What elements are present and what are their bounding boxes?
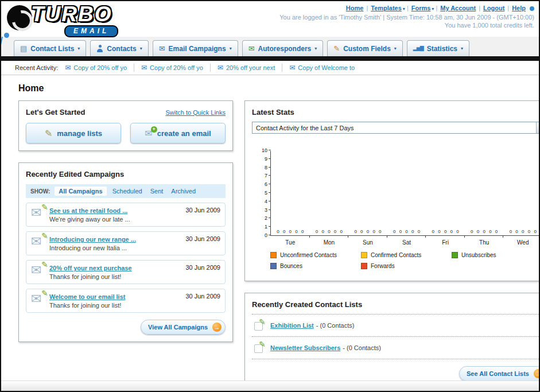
nav-tab-label: Custom Fields — [343, 45, 391, 53]
switch-to-quick-links-link[interactable]: Switch to Quick Links — [165, 109, 226, 116]
envelope-plus-icon: ✉+ — [145, 128, 152, 139]
campaign-filter-sent[interactable]: Sent — [150, 188, 164, 195]
nav-tab-autoresponders[interactable]: ✉Autoresponders▾ — [242, 40, 324, 56]
envelope-icon: ✉ — [217, 64, 223, 72]
get-started-title: Let's Get Started — [26, 108, 86, 117]
envelope-icon: ✉ — [31, 263, 41, 277]
campaign-filter-archived[interactable]: Archived — [171, 188, 196, 195]
legend-label: Confirmed Contacts — [371, 252, 421, 258]
create-email-button[interactable]: ✉+ create an email — [130, 123, 226, 143]
stats-range-value: Contact Activity for the Last 7 Days — [256, 125, 354, 131]
campaign-title-link[interactable]: Introducing our new range ... — [49, 236, 136, 243]
pencil-icon: ✎ — [259, 340, 266, 349]
activity-item-label: Copy of Welcome to — [298, 64, 355, 71]
envelope-icon: ✉ — [31, 292, 41, 306]
stats-range-select[interactable]: Contact Activity for the Last 7 Days ▼ — [252, 122, 540, 134]
statistics-icon: ▂▅▇ — [413, 45, 424, 52]
header-link-home[interactable]: Home — [346, 5, 364, 11]
campaign-title-link[interactable]: Welcome to our email list — [49, 293, 125, 300]
legend-item-unconfirmed-contacts: Unconfirmed Contacts — [270, 252, 361, 258]
y-axis-tick-label: 0 — [258, 232, 267, 238]
logo-swirl-icon — [7, 5, 32, 30]
campaign-title-link[interactable]: See us at the retail food ... — [49, 207, 127, 214]
header-link-templates[interactable]: Templates — [371, 5, 402, 11]
campaign-date: 30 Jun 2009 — [185, 293, 220, 300]
list-pencil-icon: ✎ — [253, 343, 267, 353]
contact-list-link[interactable]: Exhibition List — [270, 322, 314, 329]
recent-activity-item[interactable]: ✉Copy of 20% off yo — [65, 64, 134, 72]
legend-swatch — [452, 252, 458, 258]
decorative-dot-icon — [4, 33, 9, 38]
recent-activity-item[interactable]: ✉Copy of 20% off yo — [141, 64, 211, 72]
legend-row: Unconfirmed ContactsConfirmed ContactsUn… — [270, 252, 540, 258]
chevron-down-icon: ▾ — [394, 46, 397, 51]
nav-tab-label: Contacts — [107, 45, 136, 53]
contact-lists: ✎Exhibition List - (0 Contacts)✎Newslett… — [252, 315, 540, 359]
header-link-forms[interactable]: Forms — [411, 5, 431, 11]
chart-bar-values: 0 0 0 0 0 — [510, 229, 537, 234]
main-nav: ▤Contact Lists▾Contacts▾✉Email Campaigns… — [1, 37, 539, 56]
nav-tab-email-campaigns[interactable]: ✉Email Campaigns▾ — [153, 40, 238, 56]
chevron-down-icon: ▾ — [140, 46, 142, 51]
envelope-pencil-icon: ✉✎ — [31, 264, 49, 278]
contact-list-item: ✎Exhibition List - (0 Contacts) — [252, 315, 540, 337]
link-separator: | — [407, 5, 409, 11]
arrow-right-icon: → — [212, 323, 222, 332]
envelope-pencil-icon: ✉✎ — [31, 235, 49, 249]
header-link-logout[interactable]: Logout — [483, 5, 504, 11]
header-link-help[interactable]: Help — [512, 5, 526, 11]
chart-group-tue: 0 0 0 0 0Tue — [271, 151, 310, 235]
nav-tab-label: Contact Lists — [30, 45, 74, 53]
see-all-contact-lists-label: See All Contact Lists — [467, 370, 529, 377]
custom-fields-icon: ✎ — [333, 45, 340, 52]
header-links: Home|Templates▾|Forms▾|My Account|Logout… — [279, 5, 534, 11]
recently-edited-campaigns-panel: Recently Edited Campaigns SHOW: All Camp… — [18, 162, 233, 342]
campaign-subtitle: We're giving away our late ... — [49, 216, 181, 223]
chart-group-sat: 0 0 0 0 0Sat — [387, 151, 426, 235]
chart-group-wed: 0 0 0 0 0Wed — [503, 151, 540, 235]
campaign-subtitle: Thanks for joining our list! — [49, 302, 181, 309]
nav-tab-statistics[interactable]: ▂▅▇Statistics▾ — [407, 40, 469, 56]
nav-tab-contact-lists[interactable]: ▤Contact Lists▾ — [14, 40, 86, 56]
link-separator: | — [436, 5, 437, 11]
recent-activity-item[interactable]: ✉20% off your next — [217, 64, 282, 72]
header-link-my-account[interactable]: My Account — [440, 5, 476, 11]
y-axis-tick-label: 4 — [258, 199, 267, 204]
campaign-filter-scheduled[interactable]: Scheduled — [112, 188, 142, 195]
y-axis-tick-label: 2 — [258, 215, 267, 221]
arrow-right-icon: → — [534, 369, 540, 378]
campaign-title-link[interactable]: 20% off your next purchase — [49, 265, 132, 271]
email-campaigns-icon: ✉ — [159, 45, 165, 52]
chevron-down-icon: ▾ — [77, 46, 80, 51]
envelope-icon: ✉ — [141, 64, 147, 72]
contact-list-item: ✎Newsletter Subscribers - (0 Contacts) — [252, 337, 540, 359]
recent-activity-item[interactable]: ✉Copy of Welcome to — [289, 64, 362, 72]
campaign-list-item: ✉✎See us at the retail food ...We're giv… — [26, 203, 226, 227]
turbo-email-logo: TURBO EMAIL — [7, 2, 162, 36]
campaign-list-item: ✉✎Welcome to our email listThanks for jo… — [26, 289, 226, 313]
nav-tab-custom-fields[interactable]: ✎Custom Fields▾ — [327, 40, 403, 56]
chevron-down-icon: ▾ — [461, 46, 463, 51]
autoresponders-icon: ✉ — [248, 45, 255, 52]
campaign-filter-all-campaigns[interactable]: All Campaigns — [55, 187, 106, 196]
chart-bar-values: 0 0 0 0 0 — [432, 229, 459, 234]
see-all-contact-lists-button[interactable]: See All Contact Lists → — [459, 366, 540, 381]
view-all-campaigns-button[interactable]: View All Campaigns → — [141, 320, 226, 335]
legend-item-confirmed-contacts: Confirmed Contacts — [361, 252, 452, 258]
x-axis-label: Sun — [348, 239, 387, 246]
manage-lists-button[interactable]: ✎ manage lists — [26, 123, 121, 143]
chart-bar-values: 0 0 0 0 0 — [393, 229, 420, 234]
link-separator: | — [507, 5, 509, 11]
recent-activity-bar: Recent Activity: ✉Copy of 20% off yo✉Cop… — [1, 61, 539, 75]
pencil-icon: ✎ — [45, 128, 52, 139]
chart-bar-values: 0 0 0 0 0 — [354, 229, 381, 234]
latest-stats-panel: Latest Stats Contact Activity for the La… — [244, 100, 540, 281]
campaign-subtitle: Introducing our new Italia ... — [49, 244, 181, 251]
logo-text: TURBO — [31, 2, 112, 26]
nav-tab-contacts[interactable]: Contacts▾ — [90, 40, 148, 56]
y-axis-tick-label: 10 — [258, 148, 267, 153]
x-axis-label: Fri — [426, 239, 465, 246]
envelope-pencil-icon: ✉✎ — [31, 207, 49, 220]
nav-tab-label: Email Campaigns — [169, 45, 226, 53]
contact-list-link[interactable]: Newsletter Subscribers — [270, 344, 340, 351]
